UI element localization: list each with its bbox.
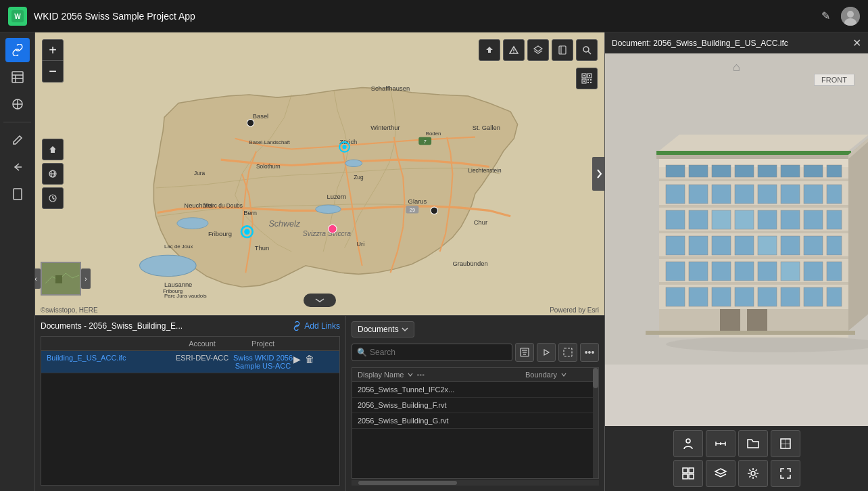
edit-icon[interactable]: ✎ [821, 9, 830, 22]
svg-point-18 [177, 218, 208, 229]
map-layers-btn[interactable] [527, 39, 549, 61]
horizontal-scrollbar[interactable] [352, 480, 599, 486]
doc-list-header: Display Name ••• Boundary [352, 368, 598, 382]
col-name [47, 340, 172, 348]
doc-panel-left-header: Documents - 2056_Swiss_Building_E... Add… [41, 321, 340, 331]
map-collapse-btn[interactable] [304, 294, 336, 307]
topbar-icons: ✎ [821, 7, 860, 26]
map-share-btn[interactable] [479, 39, 500, 61]
svg-rect-164 [683, 468, 688, 473]
doc-panel-left: Documents - 2056_Swiss_Building_E... Add… [35, 316, 346, 491]
panel-3d-front-label: FRONT [814, 74, 854, 86]
svg-rect-165 [689, 468, 694, 473]
map-expand-right-btn[interactable] [592, 157, 604, 191]
panel-3d-folder-btn[interactable] [738, 430, 768, 457]
zoom-in-btn[interactable]: + [42, 39, 64, 61]
svg-rect-103 [827, 165, 842, 177]
doc-play-btn2[interactable] [537, 343, 556, 362]
svg-text:Thun: Thun [255, 244, 269, 252]
svg-rect-108 [735, 185, 754, 204]
col-actions [293, 340, 334, 348]
map-time-btn[interactable] [42, 187, 64, 209]
svg-rect-116 [712, 210, 731, 229]
horizontal-scroll-thumb[interactable] [358, 481, 457, 485]
doc-search-input[interactable] [352, 344, 512, 361]
svg-point-54 [431, 207, 437, 214]
panel-3d-close-btn[interactable]: ✕ [852, 37, 861, 49]
panel-3d-title: Document: 2056_Swiss_Building_E_US_ACC.i… [612, 39, 852, 48]
svg-text:Jura: Jura [194, 170, 206, 177]
sidebar-item-links[interactable] [5, 38, 30, 62]
map-search-btn[interactable] [576, 39, 598, 61]
panel-3d-toolbar [605, 426, 868, 491]
doc-type-dropdown[interactable]: Documents [352, 321, 414, 337]
sidebar-item-layers[interactable] [5, 92, 30, 116]
col-project: Project [233, 340, 293, 348]
map-bookmark-btn[interactable] [552, 39, 573, 61]
doc-more-btn[interactable]: ••• [580, 343, 599, 362]
doc-list-row[interactable]: 2056_Swiss_Building_G.rvt [352, 413, 598, 429]
svg-rect-129 [804, 236, 823, 255]
map-home-btn[interactable] [42, 139, 64, 160]
svg-point-169 [751, 471, 755, 475]
panel-3d-grid-btn[interactable] [673, 460, 703, 487]
doc-filter-btn[interactable] [515, 343, 534, 362]
svg-rect-132 [666, 262, 685, 281]
thumb-nav-right[interactable]: › [81, 268, 91, 289]
panel-3d-settings-btn[interactable] [738, 460, 768, 487]
svg-marker-88 [544, 350, 549, 355]
svg-rect-135 [735, 262, 754, 281]
doc-list-row[interactable]: 2056_Swiss_Tunnel_IFC2x... [352, 382, 598, 398]
map-globe-btn[interactable] [42, 163, 64, 185]
map-side-buttons [42, 139, 64, 209]
panel-3d-shape-btn[interactable] [771, 430, 800, 457]
panel-3d-expand-btn[interactable] [771, 460, 800, 487]
sidebar-item-table[interactable] [5, 65, 30, 89]
svg-rect-72 [587, 79, 589, 80]
doc-delete-btn[interactable]: 🗑 [305, 354, 314, 365]
svg-rect-131 [659, 256, 848, 259]
thumb-nav-left[interactable]: ‹ [35, 268, 41, 289]
search-icon: 🔍 [357, 348, 367, 357]
zoom-out-btn[interactable]: − [42, 61, 64, 83]
svg-rect-141 [666, 287, 685, 306]
map-qr-btn[interactable] [576, 68, 598, 89]
svg-text:Fribourg: Fribourg [208, 230, 232, 237]
col-display-name: Display Name ••• [358, 371, 525, 379]
svg-point-60 [513, 52, 514, 53]
svg-rect-106 [689, 185, 708, 204]
svg-rect-126 [735, 236, 754, 255]
svg-point-57 [329, 225, 337, 233]
svg-rect-167 [689, 474, 694, 479]
panel-3d-person-btn[interactable] [673, 430, 703, 457]
doc-select-btn[interactable] [558, 343, 577, 362]
panel-3d-toolbar-row-2 [610, 460, 863, 487]
svg-text:Lausanne: Lausanne [164, 281, 192, 288]
map-alert-btn[interactable] [503, 39, 525, 61]
panel-3d-measure-btn[interactable] [706, 430, 736, 457]
doc-list-row[interactable]: 2056_Swiss_Building_F.rvt [352, 398, 598, 413]
user-avatar[interactable] [841, 7, 860, 26]
sidebar-item-back[interactable] [5, 155, 30, 179]
scrollbar-track[interactable] [593, 368, 598, 478]
panel-3d-layers-btn[interactable] [706, 460, 736, 487]
doc-play-btn[interactable]: ▶ [293, 354, 301, 365]
svg-point-16 [345, 160, 362, 166]
svg-rect-104 [659, 179, 848, 181]
svg-text:Schwelz: Schwelz [268, 219, 300, 229]
panel-3d-home-btn[interactable]: ⌂ [733, 60, 740, 74]
scrollbar-thumb[interactable] [593, 368, 598, 388]
sidebar-item-page[interactable] [5, 182, 30, 206]
add-links-btn[interactable]: Add Links [292, 321, 340, 331]
doc-account-cell: ESRI-DEV-ACC [172, 354, 233, 362]
map-container[interactable]: Schwelz Svizzra Sviccra Schaffhausen Bas… [35, 32, 604, 315]
col-boundary: Boundary [525, 371, 593, 379]
svg-text:Basel-Landschaft: Basel-Landschaft [249, 139, 291, 145]
doc-table-header: Account Project [41, 337, 339, 351]
svg-rect-70 [589, 75, 590, 76]
svg-line-65 [588, 51, 591, 54]
doc-table-row[interactable]: Building_E_US_ACC.ifc ESRI-DEV-ACC Swiss… [41, 351, 339, 373]
svg-rect-151 [747, 309, 767, 331]
sidebar-item-edit[interactable] [5, 128, 30, 152]
svg-rect-125 [712, 236, 731, 255]
